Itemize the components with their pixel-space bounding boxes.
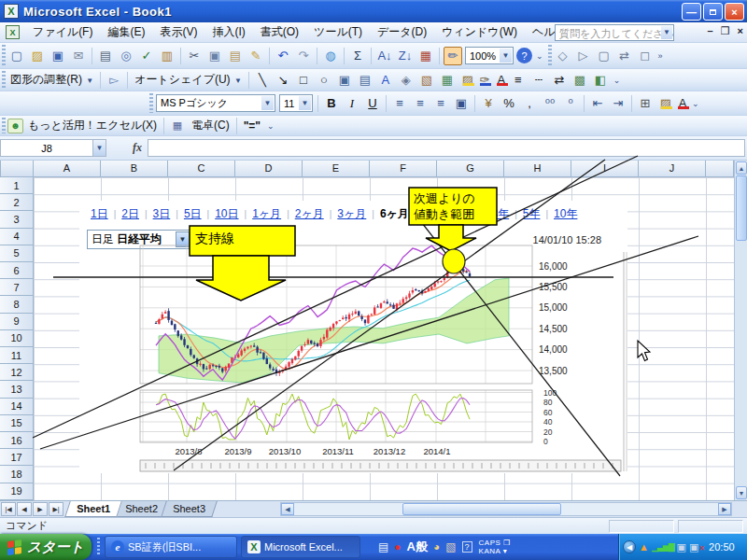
workbook-restore-button[interactable]: ❒ [721,25,730,37]
task-button-browser[interactable]: e SB証券(旧SBI... [105,536,237,558]
line-icon[interactable]: ╲ [253,71,272,90]
flowchart-icon-5[interactable]: ◻ [636,47,655,65]
increase-indent-icon[interactable]: ⇥ [609,94,627,113]
sheet-tab-sheet3[interactable]: Sheet3 [161,501,217,517]
help-icon[interactable]: ? [516,48,532,63]
minimize-button[interactable]: — [682,3,701,21]
row-header-12[interactable]: 12 [0,364,34,381]
horizontal-scroll-thumb[interactable] [402,503,561,515]
vertical-scrollbar[interactable]: ▲ ▼ [734,161,747,500]
clipart-icon[interactable]: ▧ [417,71,436,90]
flowchart-icon-2[interactable]: ▷ [574,47,593,65]
display-settings-icon[interactable]: ▣ [677,541,686,553]
caps-indicator[interactable]: CAPS ❒ [479,539,511,547]
column-header-H[interactable]: H [504,161,571,177]
row-header-5[interactable]: 5 [0,245,34,262]
sort-ascending-icon[interactable]: A↓ [375,47,394,65]
wordart-icon[interactable]: A [376,71,395,90]
row-header-15[interactable]: 15 [0,415,34,432]
row-header-10[interactable]: 10 [0,330,34,347]
row-header-14[interactable]: 14 [0,399,34,415]
menu-W[interactable]: ウィンドウ(W) [434,22,525,41]
align-center-icon[interactable]: ≡ [411,94,430,113]
undo-icon[interactable]: ↶ [274,47,292,65]
scroll-up-icon[interactable]: ▲ [736,161,747,175]
spelling-icon[interactable]: ✓ [137,47,156,65]
underline-icon[interactable]: U [363,94,382,113]
menu-V[interactable]: 表示(V) [152,22,204,41]
ime-mode-indicator[interactable]: A般 [407,539,428,555]
arrow-icon[interactable]: ↘ [274,71,292,90]
currency-style-icon[interactable]: ¥ [479,94,498,113]
stock-chart-picture[interactable]: 1日|2日|3日|5日|10日|1ヶ月|2ヶ月|3ヶ月|6ヶ月|3年|5年|10… [79,201,627,473]
task-button-excel[interactable]: X Microsoft Excel... [241,536,360,558]
picture-icon[interactable]: ▦ [438,71,457,90]
close-button[interactable]: × [725,3,744,21]
row-header-7[interactable]: 7 [0,279,34,296]
print-preview-icon[interactable]: ◎ [117,47,135,65]
column-header-F[interactable]: F [370,161,437,177]
menu-F[interactable]: ファイル(F) [25,22,100,41]
zoom-combobox[interactable]: 100% ▼ [465,47,514,64]
menu-D[interactable]: データ(D) [370,22,434,41]
threed-style-icon[interactable]: ◧ [591,71,610,90]
scroll-down-icon[interactable]: ▼ [736,486,747,499]
redo-icon[interactable]: ↷ [294,47,313,65]
select-all-corner[interactable] [0,161,34,177]
comma-style-icon[interactable]: , [520,94,539,113]
sort-descending-icon[interactable]: Z↓ [396,47,415,65]
sheet-tab-sheet1[interactable]: Sheet1 [64,501,122,517]
restore-button[interactable] [703,3,723,21]
align-left-icon[interactable]: ≡ [390,94,409,113]
arrow-style-icon[interactable]: ⇄ [550,71,569,90]
zoom-dropdown-icon[interactable]: ▼ [500,49,512,63]
last-sheet-icon[interactable]: ▶| [49,502,63,516]
workbook-close-button[interactable]: × [738,25,743,37]
question-input[interactable]: 質問を入力してください ▼ [555,24,674,41]
scroll-right-icon[interactable]: ▶ [718,503,731,515]
ime-pad-icon[interactable]: ◕ [433,540,440,553]
first-sheet-icon[interactable]: |◀ [1,502,16,516]
column-header-J[interactable]: J [639,161,706,177]
mouse-pointer-option-icon[interactable]: ● [394,540,401,553]
network-disconnected-icon[interactable]: ▣✕ [689,541,705,553]
row-header-1[interactable]: 1 [0,177,34,194]
row-header-19[interactable]: 19 [0,483,34,500]
row-header-2[interactable]: 2 [0,194,34,211]
merge-center-icon[interactable]: ▣ [452,94,471,113]
vertical-scroll-thumb[interactable] [736,175,747,241]
decrease-indent-icon[interactable]: ⇤ [588,94,607,113]
italic-icon[interactable]: I [343,94,361,113]
row-header-17[interactable]: 17 [0,449,34,466]
column-header-E[interactable]: E [303,161,370,177]
keyboard-icon[interactable]: ▤ [378,540,388,553]
paste-icon[interactable]: ▤ [226,47,245,65]
row-header-18[interactable]: 18 [0,466,34,483]
font-name-dropdown-icon[interactable]: ▼ [261,96,274,110]
scroll-left-icon[interactable]: ◀ [281,503,294,515]
column-header-D[interactable]: D [235,161,303,177]
mail-icon[interactable]: ✉ [69,47,88,65]
horizontal-scrollbar[interactable]: ◀ ▶ [280,502,732,516]
line-style-icon[interactable]: ≡ [509,71,528,90]
oval-icon[interactable]: ○ [315,71,333,90]
row-header-9[interactable]: 9 [0,314,34,330]
shadow-style-icon[interactable]: ▩ [571,71,589,90]
new-document-icon[interactable]: ▢ [7,47,26,65]
font-size-combobox[interactable]: 11 ▼ [279,94,313,112]
decrease-decimal-icon[interactable]: ⁰ [561,94,580,113]
cut-icon[interactable]: ✂ [185,47,204,65]
row-header-4[interactable]: 4 [0,229,34,245]
shape-adjust-menu[interactable]: 図形の調整(R) ▼ [7,72,97,88]
name-box-dropdown-icon[interactable]: ▼ [93,139,106,157]
question-dropdown-icon[interactable]: ▼ [661,26,672,39]
font-size-dropdown-icon[interactable]: ▼ [299,96,311,110]
align-right-icon[interactable]: ≡ [431,94,450,113]
autosum-icon[interactable]: Σ [348,47,367,65]
autoshape-menu[interactable]: オートシェイプ(U) ▼ [131,72,246,88]
row-header-3[interactable]: 3 [0,211,34,228]
save-icon[interactable]: ▣ [49,47,67,65]
menu-E[interactable]: 編集(E) [100,22,152,41]
ime-help-icon[interactable]: ? [462,541,472,553]
textbox-icon[interactable]: ▣ [335,71,354,90]
